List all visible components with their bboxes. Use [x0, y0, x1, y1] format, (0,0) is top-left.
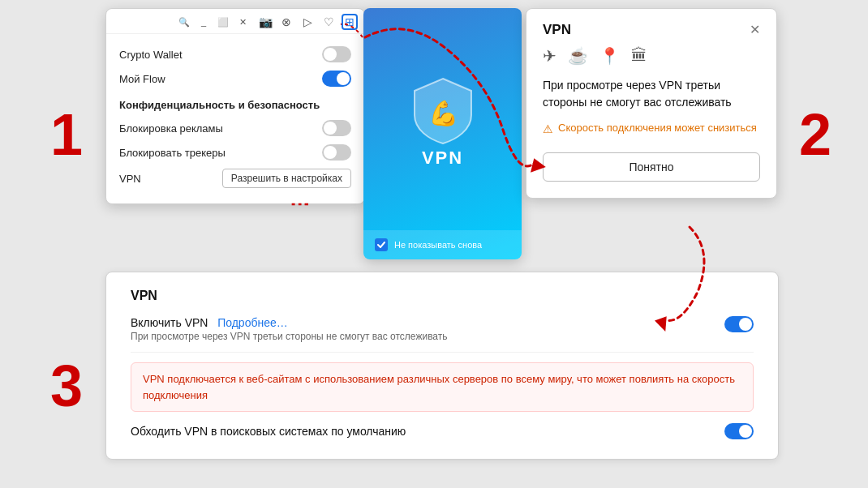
vpn-info-dialog: VPN ✕ ✈ ☕ 📍 🏛 При просмотре через VPN тр… [526, 8, 777, 199]
vpn-warning-text: VPN подключается к веб-сайтам с использо… [143, 371, 741, 403]
bank-icon: 🏛 [631, 46, 647, 66]
learn-more-link[interactable]: Подробнее… [217, 316, 288, 329]
heart-icon[interactable]: ♡ [320, 14, 337, 30]
toolbar: 🔍 _ ⬜ ✕ 📷 ⊗ ▷ ♡ ⊞ [106, 9, 364, 34]
play-icon[interactable]: ▷ [299, 14, 316, 30]
dialog-warning: ⚠ Скорость подключения может снизиться [543, 121, 760, 138]
location-icon: 📍 [599, 46, 620, 66]
enable-vpn-sub: При просмотре через VPN третьи стороны н… [131, 331, 448, 342]
vpn-shield-icon: 💪 [406, 75, 479, 148]
vpn-promo-footer[interactable]: Не показывать снова [363, 230, 522, 259]
window-controls: 🔍 _ ⬜ ✕ [178, 15, 249, 28]
airplane-icon: ✈ [543, 46, 556, 66]
step-2-label: 2 [799, 105, 831, 164]
dialog-header: VPN ✕ [543, 22, 760, 38]
allow-in-settings-button[interactable]: Разрешить в настройках [222, 169, 351, 188]
step-1-label: 1 [50, 105, 83, 164]
warning-icon: ⚠ [543, 122, 553, 138]
vpn-label: VPN [119, 173, 141, 185]
bypass-vpn-row: Обходить VPN в поисковых системах по умо… [131, 423, 754, 439]
block-trackers-toggle[interactable] [322, 144, 351, 161]
vpn-settings-title: VPN [131, 289, 754, 303]
enable-vpn-row: Включить VPN Подробнее… При просмотре че… [131, 316, 754, 353]
dont-show-label: Не показывать снова [394, 240, 482, 250]
search-win-btn[interactable]: 🔍 [178, 15, 191, 28]
browser-extension-popup: 🔍 _ ⬜ ✕ 📷 ⊗ ▷ ♡ ⊞ Crypto Wallet Мой Flow… [105, 8, 365, 204]
crypto-wallet-label: Crypto Wallet [119, 49, 183, 61]
vpn-promo-label: VPN [422, 148, 463, 169]
step-3-label: 3 [50, 357, 83, 415]
crypto-wallet-toggle[interactable] [322, 46, 351, 62]
warning-text: Скорость подключения может снизиться [558, 121, 757, 135]
block-ads-row: Блокировка рекламы [119, 116, 351, 140]
my-flow-toggle[interactable] [322, 71, 351, 87]
svg-text:💪: 💪 [428, 99, 458, 128]
block-ads-toggle[interactable] [322, 120, 351, 136]
vpn-warning-box: VPN подключается к веб-сайтам с использо… [131, 362, 754, 412]
grid-icon[interactable]: ⊞ [342, 14, 358, 30]
enable-vpn-main: Включить VPN Подробнее… [131, 316, 448, 329]
close-win-btn[interactable]: ✕ [236, 15, 249, 28]
my-flow-label: Мой Flow [119, 73, 165, 85]
block-ads-label: Блокировка рекламы [119, 122, 223, 135]
enable-vpn-label: Включить VPN [131, 316, 208, 329]
ok-button[interactable]: Понятно [543, 152, 760, 182]
vpn-row: VPN Разрешить в настройках [119, 165, 351, 192]
vpn-settings-panel: VPN Включить VPN Подробнее… При просмотр… [105, 272, 779, 460]
block-trackers-label: Блокировать трекеры [119, 147, 226, 159]
privacy-section-title: Конфиденциальность и безопасность [119, 99, 351, 111]
restore-btn[interactable]: ⬜ [217, 15, 230, 28]
enable-vpn-left: Включить VPN Подробнее… При просмотре че… [131, 316, 448, 342]
vpn-enable-toggle[interactable] [724, 316, 754, 332]
minimize-btn[interactable]: _ [197, 15, 210, 28]
bypass-vpn-toggle[interactable] [724, 423, 754, 439]
block-trackers-row: Блокировать трекеры [119, 140, 351, 165]
camera-icon[interactable]: 📷 [257, 14, 273, 30]
panel1-content: Crypto Wallet Мой Flow Конфиденциальност… [106, 34, 364, 203]
dialog-icons: ✈ ☕ 📍 🏛 [543, 46, 760, 66]
my-flow-row: Мой Flow [119, 66, 351, 91]
dialog-close-button[interactable]: ✕ [750, 24, 760, 36]
coffee-icon: ☕ [568, 46, 588, 66]
dialog-body: При просмотре через VPN третьи стороны н… [543, 77, 760, 111]
dont-show-checkbox[interactable] [375, 238, 388, 251]
close-icon[interactable]: ⊗ [278, 14, 294, 30]
crypto-wallet-row: Crypto Wallet [119, 42, 351, 66]
vpn-promo-panel: 💪 VPN Не показывать снова [363, 8, 522, 259]
bypass-vpn-label: Обходить VPN в поисковых системах по умо… [131, 425, 406, 438]
dialog-title: VPN [543, 22, 571, 38]
